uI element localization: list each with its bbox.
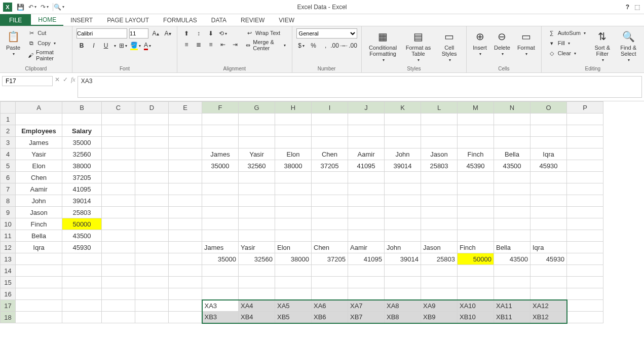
cell[interactable]: Finch [458,148,494,160]
tab-home[interactable]: HOME [31,14,63,26]
cell[interactable] [458,183,494,195]
cell[interactable] [62,300,102,312]
clear-button[interactable]: ◇Clear▾ [546,49,588,58]
fill-color-button[interactable]: 🪣▾ [130,41,140,51]
col-header[interactable]: E [169,102,202,114]
cell[interactable] [385,125,421,137]
cell[interactable] [531,137,567,148]
cell[interactable]: XA6 [312,300,348,312]
cell[interactable]: 25803 [421,253,458,265]
cell[interactable] [102,230,135,242]
cell[interactable] [202,183,239,195]
cell[interactable] [567,242,603,253]
cell[interactable] [385,114,421,125]
cell[interactable] [567,183,603,195]
cell[interactable] [62,253,102,265]
conditional-formatting-button[interactable]: ▦Conditional Formatting▾ [366,28,400,63]
insert-cells-button[interactable]: ⊕Insert▾ [471,28,489,57]
col-header[interactable]: H [275,102,312,114]
cell[interactable]: Employees [16,125,62,137]
cell[interactable] [567,137,603,148]
cell[interactable]: 25803 [421,160,458,172]
cell[interactable] [275,195,312,207]
indent-decrease-icon[interactable]: ⇤ [218,40,228,50]
cell[interactable] [202,137,239,148]
cell[interactable] [169,183,202,195]
cell[interactable] [102,195,135,207]
cell[interactable]: XA8 [385,300,421,312]
cell[interactable] [531,230,567,242]
cell[interactable] [239,125,275,137]
cell[interactable] [531,183,567,195]
cell[interactable] [421,195,458,207]
cell[interactable] [239,218,275,230]
row-header[interactable]: 2 [1,125,16,137]
col-header[interactable]: C [102,102,135,114]
cell[interactable] [531,125,567,137]
cell[interactable] [348,288,385,300]
cell[interactable] [385,265,421,277]
delete-cells-button[interactable]: ⊖Delete▾ [492,28,512,57]
cell[interactable] [385,230,421,242]
cell[interactable] [135,148,169,160]
cell[interactable] [421,114,458,125]
cell[interactable]: 38000 [275,253,312,265]
cell[interactable] [421,207,458,218]
cell[interactable] [531,172,567,183]
cell[interactable] [348,265,385,277]
cell[interactable]: James [202,242,239,253]
cell[interactable] [275,288,312,300]
cell[interactable] [169,148,202,160]
decrease-decimal-icon[interactable]: ←.00 [345,41,355,51]
cell[interactable] [458,137,494,148]
cell[interactable] [348,218,385,230]
cell[interactable] [239,195,275,207]
row-header[interactable]: 4 [1,148,16,160]
cell[interactable]: 39014 [385,253,421,265]
cut-button[interactable]: ✂Cut [25,28,68,37]
cell[interactable] [202,288,239,300]
cell[interactable]: 45930 [531,160,567,172]
cell[interactable]: Finch [458,242,494,253]
cell[interactable]: Jason [16,207,62,218]
cell[interactable]: 45930 [531,253,567,265]
cell[interactable] [169,195,202,207]
cell[interactable]: Yasir [239,242,275,253]
cell[interactable] [16,300,62,312]
cell[interactable] [494,172,531,183]
col-header[interactable]: O [531,102,567,114]
cell[interactable] [135,277,169,288]
cell[interactable] [202,218,239,230]
redo-icon[interactable]: ↷▾ [41,3,49,11]
cell[interactable]: Bella [494,242,531,253]
col-header[interactable]: B [62,102,102,114]
cell[interactable]: 37205 [312,253,348,265]
cell[interactable] [16,265,62,277]
cell[interactable] [62,265,102,277]
increase-font-icon[interactable]: A▴ [150,28,161,39]
cell[interactable] [385,218,421,230]
tab-review[interactable]: REVIEW [234,14,272,26]
cell[interactable]: 41095 [348,253,385,265]
cell[interactable] [567,312,603,323]
cell[interactable] [202,195,239,207]
cell[interactable] [348,277,385,288]
cell[interactable] [494,207,531,218]
cell[interactable] [312,207,348,218]
cell[interactable] [275,230,312,242]
cell[interactable] [169,277,202,288]
cell[interactable] [531,265,567,277]
cell[interactable]: 39014 [62,195,102,207]
name-box[interactable] [2,76,53,86]
cell[interactable] [102,160,135,172]
cell[interactable]: Elon [16,160,62,172]
cell[interactable]: XB7 [348,312,385,323]
cell[interactable] [16,253,62,265]
cell[interactable]: 37205 [62,172,102,183]
cancel-formula-icon[interactable]: ✕ [55,76,60,83]
cell[interactable] [135,218,169,230]
cell[interactable] [494,195,531,207]
cell[interactable] [348,230,385,242]
fill-button[interactable]: ▾Fill▾ [546,39,588,48]
col-header[interactable]: K [385,102,421,114]
